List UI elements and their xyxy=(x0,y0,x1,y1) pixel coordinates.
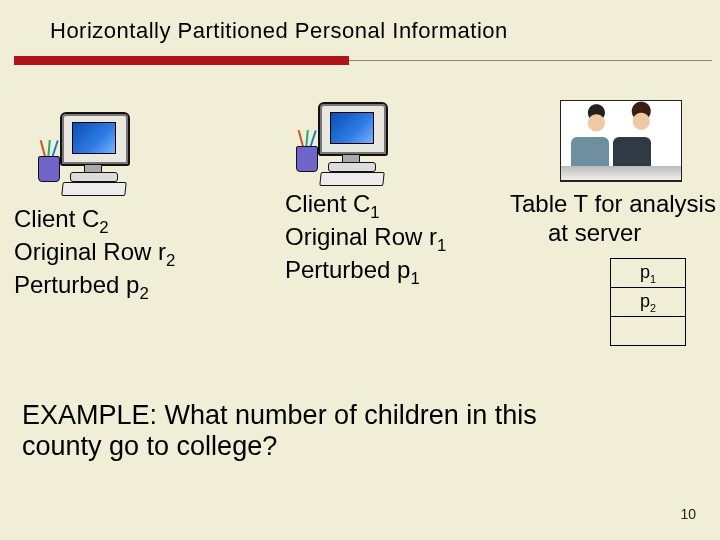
text: at server xyxy=(510,219,716,248)
text: Client C xyxy=(14,205,99,232)
computer-icon xyxy=(298,98,398,188)
table-row: p1 xyxy=(611,259,686,288)
text: Original Row r xyxy=(285,223,437,250)
subscript: 2 xyxy=(650,301,656,313)
desk-icon xyxy=(560,166,682,181)
text: Original Row r xyxy=(14,238,166,265)
text: county go to college? xyxy=(22,431,692,462)
computer-icon xyxy=(40,108,140,198)
perturbed-table: p1 p2 xyxy=(610,258,686,346)
table-row: p2 xyxy=(611,288,686,317)
text: Perturbed p xyxy=(285,256,410,283)
page-number: 10 xyxy=(680,506,696,522)
client-c1-caption: Client C1 Original Row r1 Perturbed p1 xyxy=(285,190,446,289)
text: Table T for analysis xyxy=(510,190,716,219)
text: p xyxy=(640,262,650,282)
example-text: EXAMPLE: What number of children in this… xyxy=(22,400,692,462)
subscript: 1 xyxy=(437,236,446,255)
text: Perturbed p xyxy=(14,271,139,298)
slide-title: Horizontally Partitioned Personal Inform… xyxy=(50,18,508,44)
table-caption: Table T for analysis at server xyxy=(510,190,716,248)
title-underline-bar xyxy=(14,56,349,65)
subscript: 2 xyxy=(166,251,175,270)
client-c2-caption: Client C2 Original Row r2 Perturbed p2 xyxy=(14,205,175,304)
subscript: 1 xyxy=(650,272,656,284)
subscript: 1 xyxy=(370,203,379,222)
text: EXAMPLE: What number of children in this xyxy=(22,400,692,431)
slide: Horizontally Partitioned Personal Inform… xyxy=(0,0,720,540)
table-row xyxy=(611,317,686,346)
subscript: 2 xyxy=(99,218,108,237)
text: Client C xyxy=(285,190,370,217)
text: p xyxy=(640,291,650,311)
subscript: 2 xyxy=(139,284,148,303)
title-underline-thin xyxy=(349,60,712,61)
subscript: 1 xyxy=(410,269,419,288)
